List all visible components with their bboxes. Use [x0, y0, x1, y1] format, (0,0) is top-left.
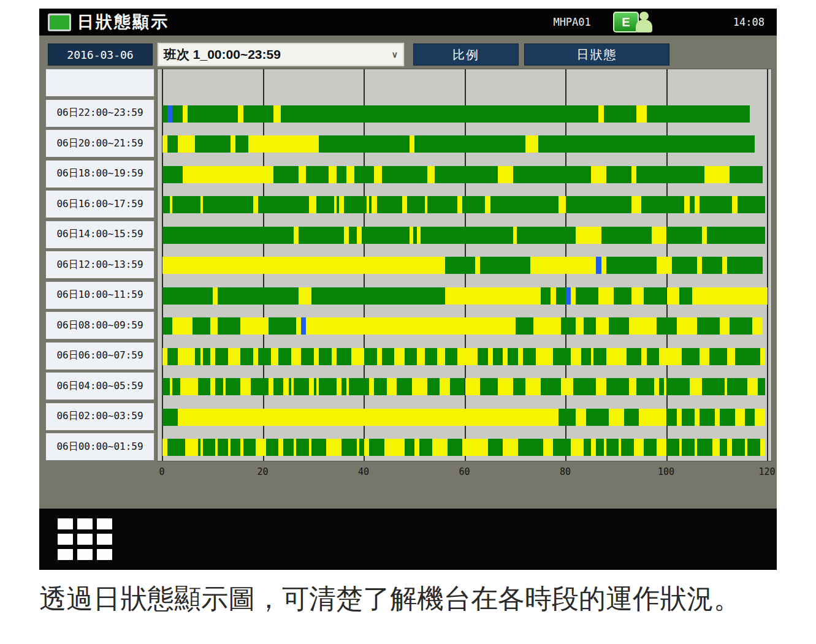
status-bar	[162, 378, 768, 395]
shift-select-value: 班次 1_00:00~23:59	[164, 46, 281, 63]
bar-segment-y	[357, 227, 362, 244]
bar-segment-y	[240, 317, 268, 335]
bar-segment-g	[364, 348, 377, 365]
bar-segment-y	[657, 257, 672, 274]
bar-segment-y	[654, 378, 659, 395]
bar-segment-g	[243, 105, 273, 123]
bar-segment-g	[644, 287, 666, 305]
bar-segment-y	[332, 348, 337, 365]
bar-segment-g	[203, 196, 253, 213]
bar-segment-g	[702, 257, 722, 274]
bar-segment-g	[606, 166, 631, 183]
bar-segment-y	[530, 257, 596, 274]
bar-segment-g	[556, 287, 566, 305]
bar-segment-g	[427, 196, 457, 213]
bar-segment-g	[427, 378, 440, 395]
bar-segment-g	[266, 439, 279, 456]
row-label: 06日00:00~01:59	[45, 433, 154, 461]
bar-segment-g	[240, 348, 253, 365]
bar-segment-g	[593, 348, 606, 365]
bar-segment-y	[571, 287, 576, 305]
bar-segment-y	[432, 439, 448, 456]
bar-segment-y	[374, 166, 381, 183]
bar-segment-y	[269, 378, 273, 395]
bar-segment-g	[604, 105, 636, 123]
bar-segment-g	[281, 105, 598, 123]
bar-segment-g	[273, 166, 299, 183]
bar-segment-y	[752, 317, 762, 335]
shift-select[interactable]: 班次 1_00:00~23:59 ∨	[157, 42, 405, 67]
bar-segment-y	[283, 378, 288, 395]
bar-segment-g	[306, 166, 329, 183]
bar-segment-g	[203, 439, 216, 456]
bar-segment-g	[359, 439, 364, 456]
bar-segment-y	[598, 287, 614, 305]
bar-segment-g	[559, 409, 576, 426]
bar-segment-y	[457, 196, 462, 213]
bar-segment-g	[636, 378, 654, 395]
bar-segment-g	[193, 317, 210, 335]
bar-segment-g	[730, 166, 762, 183]
ratio-button[interactable]: 比例	[413, 44, 519, 66]
bar-segment-g	[596, 439, 603, 456]
bar-segment-b	[301, 317, 306, 335]
bar-segment-g	[538, 135, 755, 153]
bar-segment-g	[541, 287, 551, 305]
bar-segment-g	[162, 409, 178, 426]
bar-segment-y	[180, 378, 198, 395]
bar-segment-g	[679, 287, 692, 305]
bar-segment-y	[631, 166, 636, 183]
bar-segment-g	[167, 439, 185, 456]
date-button[interactable]: 2016-03-06	[48, 44, 153, 66]
bar-segment-g	[405, 439, 414, 456]
bar-segment-g	[349, 378, 369, 395]
bar-segment-g	[162, 227, 294, 244]
bar-segment-y	[462, 439, 487, 456]
bar-segment-y	[684, 196, 689, 213]
bar-segment-g	[218, 287, 299, 305]
bar-segment-g	[273, 378, 283, 395]
bar-segment-g	[419, 439, 432, 456]
bar-segment-y	[273, 105, 281, 123]
bar-segment-g	[647, 105, 750, 123]
bar-segment-y	[631, 287, 644, 305]
bar-segment-g	[235, 135, 248, 153]
bar-segment-y	[162, 439, 167, 456]
row-label	[45, 69, 154, 97]
bar-segment-y	[253, 348, 258, 365]
bar-segment-g	[657, 317, 677, 335]
bar-segment-g	[337, 166, 346, 183]
bar-segment-g	[448, 439, 463, 456]
user-status-icon[interactable]: E	[613, 12, 654, 32]
bar-segment-y	[667, 287, 680, 305]
bar-segment-y	[720, 317, 730, 335]
bar-segment-g	[341, 439, 357, 456]
title-bar: 日狀態顯示 MHPA01 E 14:08	[39, 9, 777, 36]
bar-segment-g	[349, 227, 356, 244]
bar-segment-g	[667, 439, 680, 456]
day-status-button[interactable]: 日狀態	[524, 44, 669, 66]
bar-segment-g	[162, 166, 183, 183]
bar-segment-g	[167, 348, 177, 365]
status-bar	[162, 287, 768, 305]
bar-segment-g	[162, 196, 170, 213]
bar-segment-y	[364, 439, 369, 456]
menu-grid-icon[interactable]	[58, 518, 112, 560]
bar-segment-g	[700, 409, 715, 426]
bar-segment-y	[299, 287, 311, 305]
status-bar	[162, 135, 768, 153]
row-label: 06日06:00~07:59	[45, 342, 154, 370]
bar-segment-g	[627, 348, 642, 365]
bar-segment-y	[561, 378, 574, 395]
bar-segment-y	[498, 378, 513, 395]
bar-segment-g	[667, 378, 690, 395]
bar-segment-y	[326, 439, 341, 456]
bar-segment-y	[172, 317, 193, 335]
bar-band	[158, 433, 771, 461]
bar-segment-g	[644, 439, 657, 456]
bar-segment-y	[571, 348, 581, 365]
bar-segment-g	[517, 227, 576, 244]
bar-segment-y	[657, 439, 666, 456]
bar-segment-g	[601, 227, 652, 244]
bar-segment-y	[417, 348, 424, 365]
